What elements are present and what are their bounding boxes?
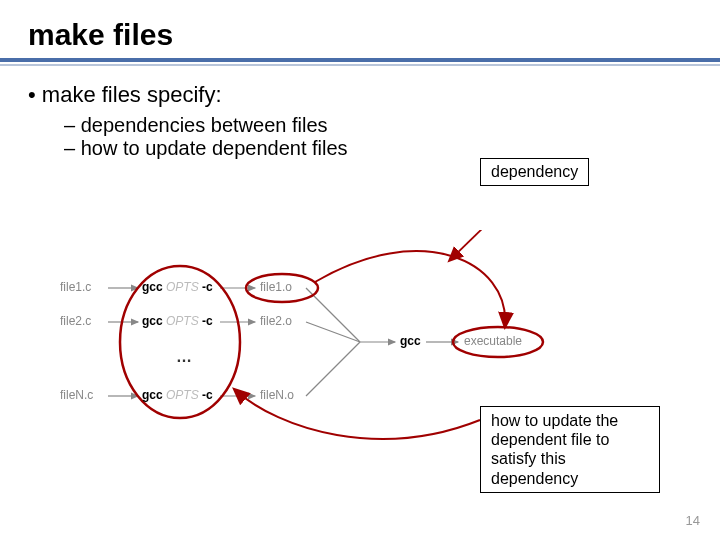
svg-line-8 [306, 342, 360, 396]
svg-line-7 [306, 322, 360, 342]
compile-cmd-n: gcc OPTS -c [142, 388, 213, 402]
bullet-sub-1: dependencies between files [64, 114, 692, 137]
howto-label: how to update the dependent file to sati… [480, 406, 660, 493]
link-cmd: gcc [400, 334, 421, 348]
svg-line-6 [306, 288, 360, 342]
title-underline [0, 58, 720, 68]
src-file-2: file2.c [60, 314, 91, 328]
slide-title: make files [0, 0, 720, 58]
svg-line-13 [450, 230, 522, 260]
obj-file-1: file1.o [260, 280, 292, 294]
obj-file-n: fileN.o [260, 388, 294, 402]
bullet-sub-2: how to update dependent files [64, 137, 692, 160]
page-number: 14 [686, 513, 700, 528]
dependency-label: dependency [480, 158, 589, 186]
src-file-1: file1.c [60, 280, 91, 294]
body-content: make files specify: dependencies between… [0, 82, 720, 160]
compile-cmd-2: gcc OPTS -c [142, 314, 213, 328]
compile-cmd-1: gcc OPTS -c [142, 280, 213, 294]
src-file-n: fileN.c [60, 388, 93, 402]
obj-file-2: file2.o [260, 314, 292, 328]
ellipsis: … [176, 348, 192, 366]
bullet-main: make files specify: [28, 82, 692, 108]
executable: executable [464, 334, 522, 348]
